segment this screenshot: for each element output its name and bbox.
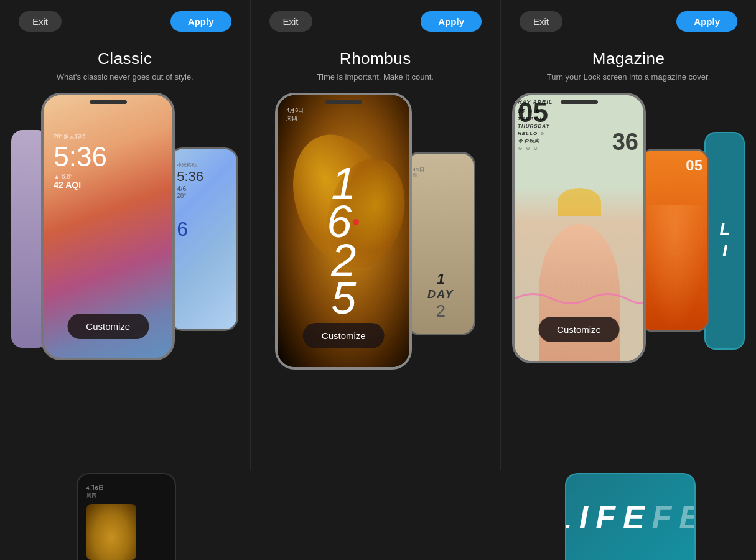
classic-time-display: 5:36 — [54, 143, 162, 170]
rhombus-main-phone: 4月6日 周四 1 6 2 5 Customize — [275, 93, 412, 370]
rhombus-title: Rhombus — [340, 49, 411, 68]
rhombus-notch — [325, 100, 362, 104]
magazine-title: Magazine — [592, 49, 665, 68]
classic-title: Classic — [98, 49, 152, 68]
rhombus-side-phone: 4/6日 周一 1 DAY 2 — [406, 152, 475, 335]
rhombus-date-top: 4月6日 — [286, 106, 304, 114]
bottom-magazine-phone: LIFE FE — [565, 473, 696, 560]
classic-subtitle: What's classic never goes out of style. — [57, 72, 194, 82]
classic-top-bar: Exit Apply — [6, 0, 244, 43]
life-partial-phone: LI — [704, 132, 745, 350]
rhombus-side-digit: 2 — [436, 301, 446, 321]
bottom-dark-date: 4月6日 — [86, 484, 166, 492]
classic-side-date: 4/6 — [177, 185, 203, 192]
classic-side-time: 5:36 — [177, 169, 203, 185]
classic-aqi: 42 AQI — [54, 180, 162, 190]
magazine-exit-button[interactable]: Exit — [520, 11, 562, 32]
magazine-notch — [561, 100, 598, 104]
bottom-magazine-col: LIFE FE — [504, 470, 756, 560]
magazine-customize-button[interactable]: Customize — [538, 317, 620, 342]
bottom-row: 4月6日 周四 LIFE FE — [0, 470, 756, 560]
rhombus-customize-button[interactable]: Customize — [303, 323, 385, 348]
classic-column: Exit Apply Classic What's classic never … — [0, 0, 251, 470]
classic-exit-button[interactable]: Exit — [19, 11, 62, 32]
life-text-partial: LI — [715, 219, 735, 263]
classic-side-number: 6 — [177, 218, 203, 241]
rhombus-digit-4: 5 — [331, 279, 356, 317]
magazine-phones-area: HAY APRIL05 ☺ 6 TODAY isTHURSDAYHELLO ☺今… — [507, 93, 750, 363]
magazine-main-phone: HAY APRIL05 ☺ 6 TODAY isTHURSDAYHELLO ☺今… — [512, 93, 646, 363]
rhombus-dot — [353, 219, 359, 225]
rhombus-side-word: DAY — [427, 288, 454, 301]
bottom-dark-day: 周四 — [86, 492, 166, 499]
classic-weather-icon: ▲ 8.8° — [54, 173, 162, 180]
classic-main-phone: 28° 多云转晴 5:36 ▲ 8.8° 42 AQI Customize — [41, 93, 175, 360]
bottom-classic-phone: 4月6日 周四 — [77, 473, 176, 560]
magazine-apply-button[interactable]: Apply — [676, 11, 737, 32]
classic-side-phone: 小米移动 5:36 4/6 28° 6 — [169, 147, 238, 331]
magazine-sub-numbers: 36 — [612, 131, 638, 152]
magazine-top-bar: Exit Apply — [507, 0, 750, 43]
rhombus-day-top: 周四 — [286, 114, 304, 123]
rhombus-apply-button[interactable]: Apply — [421, 11, 482, 32]
rhombus-day-label: 1 — [437, 271, 445, 288]
classic-apply-button[interactable]: Apply — [170, 11, 231, 32]
bottom-rhombus-col — [252, 470, 504, 560]
classic-side-carrier: 小米移动 — [177, 162, 203, 169]
rhombus-side-day: 周一 — [413, 172, 421, 179]
rhombus-column: Exit Apply Rhombus Time is important. Ma… — [251, 0, 502, 470]
rhombus-phones-area: 4月6日 周四 1 6 2 5 Customize 4/6日 — [257, 93, 495, 370]
classic-side-temp: 28° — [177, 192, 203, 199]
bottom-classic-col: 4月6日 周四 — [0, 470, 252, 560]
magazine-subtitle: Turn your Lock screen into a magazine co… — [547, 72, 711, 82]
bottom-flower-thumbnail — [86, 504, 136, 560]
rhombus-exit-button[interactable]: Exit — [269, 11, 312, 32]
classic-customize-button[interactable]: Customize — [67, 314, 149, 339]
classic-status-text: 28° 多云转晴 — [54, 133, 162, 141]
magazine-side-number: 05 — [686, 157, 702, 174]
magazine-column: Exit Apply Magazine Turn your Lock scree… — [501, 0, 756, 470]
magazine-big-numbers: 05 — [518, 100, 548, 125]
bottom-life-text: LIFE — [565, 498, 652, 536]
classic-notch — [90, 100, 127, 104]
rhombus-subtitle: Time is important. Make it count. — [317, 72, 434, 82]
magazine-side-phone: 05 — [640, 149, 709, 332]
bottom-life-text-2: FE — [652, 498, 696, 536]
classic-phones-area: 28° 多云转晴 5:36 ▲ 8.8° 42 AQI Customize 小米… — [6, 93, 244, 360]
rhombus-top-bar: Exit Apply — [257, 0, 495, 43]
